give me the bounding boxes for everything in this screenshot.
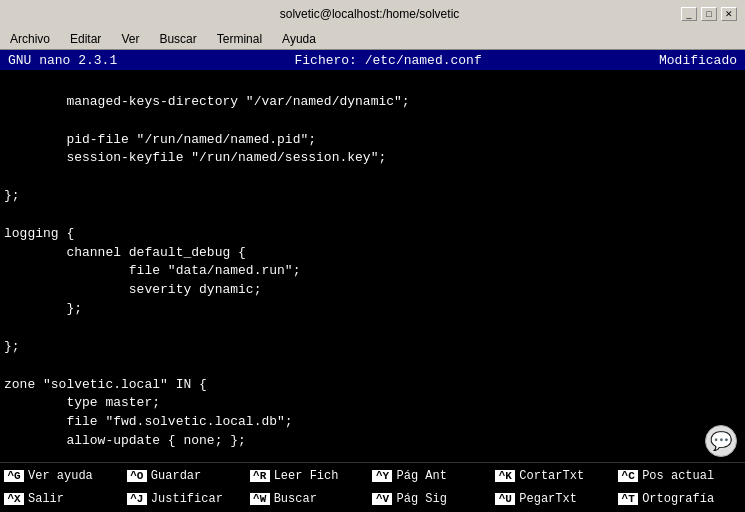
nano-version: GNU nano 2.3.1 [8, 53, 117, 68]
maximize-button[interactable]: □ [701, 7, 717, 21]
nano-top-bar: GNU nano 2.3.1 Fichero: /etc/named.conf … [0, 50, 745, 70]
key-cw: ^W [250, 493, 270, 505]
menu-buscar[interactable]: Buscar [153, 30, 202, 48]
label-justificar: Justificar [149, 492, 223, 506]
label-buscar: Buscar [272, 492, 317, 506]
shortcut-justificar[interactable]: ^J Justificar [127, 492, 250, 506]
key-ct: ^T [618, 493, 638, 505]
key-cr: ^R [250, 470, 270, 482]
shortcut-pegar[interactable]: ^U PegarTxt [495, 492, 618, 506]
label-ver-ayuda: Ver ayuda [26, 469, 93, 483]
menu-ayuda[interactable]: Ayuda [276, 30, 322, 48]
label-pag-sig: Pág Sig [394, 492, 446, 506]
key-ck: ^K [495, 470, 515, 482]
nano-filename: Fichero: /etc/named.conf [117, 53, 659, 68]
shortcut-ortografia[interactable]: ^T Ortografía [618, 492, 741, 506]
shortcut-pag-ant[interactable]: ^Y Pág Ant [372, 469, 495, 483]
shortcut-guardar[interactable]: ^O Guardar [127, 469, 250, 483]
title-bar: solvetic@localhost:/home/solvetic _ □ ✕ [0, 0, 745, 28]
shortcut-buscar[interactable]: ^W Buscar [250, 492, 373, 506]
editor-area[interactable]: managed-keys-directory "/var/named/dynam… [0, 70, 745, 462]
menu-bar: Archivo Editar Ver Buscar Terminal Ayuda [0, 28, 745, 50]
nano-modified-indicator: Modificado [659, 53, 737, 68]
shortcut-row-2: ^X Salir ^J Justificar ^W Buscar ^V Pág … [0, 492, 745, 506]
label-pegar: PegarTxt [517, 492, 577, 506]
shortcut-salir[interactable]: ^X Salir [4, 492, 127, 506]
label-salir: Salir [26, 492, 64, 506]
key-cv: ^V [372, 493, 392, 505]
label-leer-fich: Leer Fich [272, 469, 339, 483]
shortcut-pos-actual[interactable]: ^C Pos actual [618, 469, 741, 483]
menu-terminal[interactable]: Terminal [211, 30, 268, 48]
menu-archivo[interactable]: Archivo [4, 30, 56, 48]
key-co: ^O [127, 470, 147, 482]
menu-editar[interactable]: Editar [64, 30, 107, 48]
key-cj: ^J [127, 493, 147, 505]
label-pag-ant: Pág Ant [394, 469, 446, 483]
key-cg: ^G [4, 470, 24, 482]
chat-icon[interactable]: 💬 [705, 425, 737, 457]
nano-shortcut-bar: ^G Ver ayuda ^O Guardar ^R Leer Fich ^Y … [0, 462, 745, 512]
key-cx: ^X [4, 493, 24, 505]
key-cu: ^U [495, 493, 515, 505]
key-cc: ^C [618, 470, 638, 482]
shortcut-row-1: ^G Ver ayuda ^O Guardar ^R Leer Fich ^Y … [0, 469, 745, 483]
window-title: solvetic@localhost:/home/solvetic [58, 7, 681, 21]
label-guardar: Guardar [149, 469, 201, 483]
label-ortografia: Ortografía [640, 492, 714, 506]
menu-ver[interactable]: Ver [115, 30, 145, 48]
close-button[interactable]: ✕ [721, 7, 737, 21]
shortcut-leer-fich[interactable]: ^R Leer Fich [250, 469, 373, 483]
shortcut-pag-sig[interactable]: ^V Pág Sig [372, 492, 495, 506]
key-cy: ^Y [372, 470, 392, 482]
label-pos-actual: Pos actual [640, 469, 714, 483]
shortcut-cortar[interactable]: ^K CortarTxt [495, 469, 618, 483]
minimize-button[interactable]: _ [681, 7, 697, 21]
window-controls[interactable]: _ □ ✕ [681, 7, 737, 21]
shortcut-ver-ayuda[interactable]: ^G Ver ayuda [4, 469, 127, 483]
label-cortar: CortarTxt [517, 469, 584, 483]
